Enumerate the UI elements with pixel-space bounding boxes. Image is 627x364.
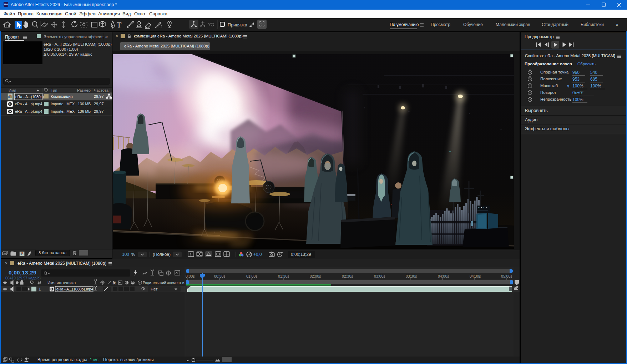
svg-text:Родительский элемент и...: Родительский элемент и... <box>143 281 185 285</box>
svg-text:1: 1 <box>39 287 41 291</box>
svg-text:fx: fx <box>113 281 116 285</box>
svg-text:Нет: Нет <box>151 287 158 291</box>
svg-text:eRa - A...(1080p).mp4: eRa - A...(1080p).mp4 <box>56 287 93 291</box>
svg-text:Имя источника: Имя источника <box>47 280 76 285</box>
svg-text:Привязка: Привязка <box>228 22 247 27</box>
svg-text:T: T <box>117 20 122 29</box>
